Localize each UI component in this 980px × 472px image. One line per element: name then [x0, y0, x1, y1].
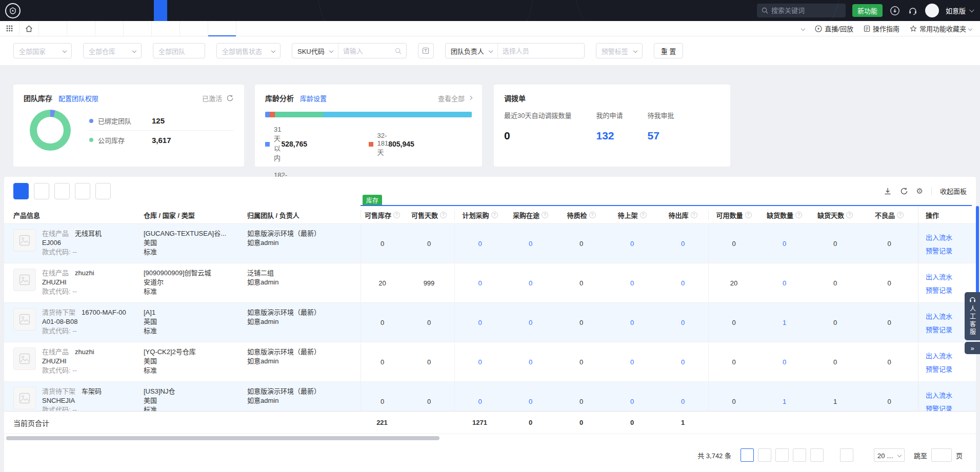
warning-record-link[interactable]: 预警记录 — [926, 364, 976, 374]
product-name[interactable]: 16700-MAF-00 — [82, 309, 126, 316]
cell-planned-purchase[interactable]: 0 — [454, 382, 505, 411]
cell-pending-outbound[interactable]: 0 — [657, 382, 708, 411]
warning-tag-select[interactable]: 预警标签 — [596, 43, 643, 58]
view-all-link[interactable]: 查看全部 — [438, 93, 472, 103]
page-tab[interactable] — [208, 21, 236, 36]
warning-record-link[interactable]: 预警记录 — [926, 245, 976, 255]
col-header-team[interactable]: 归属团队 / 负责人 — [247, 210, 361, 220]
page-button[interactable] — [775, 448, 789, 462]
info-icon[interactable] — [897, 212, 904, 218]
cell-planned-purchase[interactable]: 0 — [454, 263, 505, 302]
main-nav-item[interactable] — [141, 0, 154, 21]
owner-input[interactable] — [503, 47, 579, 55]
product-image-placeholder[interactable] — [13, 347, 36, 370]
main-nav-item[interactable] — [154, 0, 167, 21]
cell-pending-outbound[interactable]: 0 — [657, 303, 708, 342]
col-header-warehouse[interactable]: 仓库 / 国家 / 类型 — [144, 210, 247, 220]
table-row[interactable]: 清货待下架车架码 SNCHEJIA 款式代码: -- [US3]NJ仓 美国 标… — [4, 382, 976, 411]
page-button[interactable] — [741, 448, 754, 462]
global-search-input[interactable] — [771, 7, 838, 14]
tabs-overflow-icon[interactable] — [801, 26, 805, 30]
info-icon[interactable] — [440, 212, 447, 218]
main-nav-item[interactable] — [207, 0, 221, 21]
col-header-numeric[interactable]: 待上架 — [607, 210, 657, 220]
product-image-placeholder[interactable] — [13, 269, 36, 291]
main-nav-item[interactable] — [167, 0, 181, 21]
cell-pending-outbound[interactable]: 0 — [657, 342, 708, 381]
main-nav-item[interactable] — [74, 0, 87, 21]
inout-flow-link[interactable]: 出入流水 — [926, 272, 976, 281]
inout-flow-link[interactable]: 出入流水 — [926, 232, 976, 242]
page-tab[interactable] — [152, 21, 180, 36]
cell-shortage-qty[interactable]: 0 — [759, 224, 810, 263]
table-row[interactable]: 在线产品zhuzhi ZHUZHI 款式代码: -- [YQ-CK2]2号仓库 … — [4, 342, 976, 382]
main-nav-item[interactable] — [87, 0, 101, 21]
page-size-select[interactable]: 20 条/页 — [874, 448, 905, 462]
home-icon[interactable] — [19, 21, 39, 36]
product-name[interactable]: 车架码 — [82, 387, 102, 395]
vertical-scrollbar-thumb[interactable] — [976, 206, 979, 294]
cell-shortage-qty[interactable]: 1 — [759, 382, 810, 411]
cell-pending-shelve[interactable]: 0 — [607, 303, 657, 342]
horizontal-scrollbar-thumb[interactable] — [6, 436, 439, 440]
page-button[interactable] — [758, 448, 771, 462]
col-header-numeric[interactable]: 不良品 — [861, 210, 918, 220]
cell-purchase-in-transit[interactable]: 0 — [505, 342, 556, 381]
favorites-menu[interactable]: 常用功能收藏夹 — [910, 24, 972, 33]
page-tab[interactable] — [180, 21, 208, 36]
cell-planned-purchase[interactable]: 0 — [454, 224, 505, 263]
main-nav-item[interactable] — [114, 0, 127, 21]
cell-shortage-qty[interactable]: 1 — [759, 303, 810, 342]
cell-pending-shelve[interactable]: 0 — [607, 224, 657, 263]
page-tab[interactable] — [39, 21, 67, 36]
toolbar-button[interactable] — [54, 183, 70, 199]
customer-support-icon[interactable] — [907, 5, 918, 16]
col-header-numeric[interactable]: 待质检 — [556, 210, 607, 220]
toolbar-button[interactable] — [95, 183, 111, 199]
page-button[interactable] — [857, 448, 866, 462]
toolbar-button[interactable] — [75, 183, 90, 199]
owner-type-select[interactable]: 团队负责人 — [446, 44, 498, 58]
main-nav-item[interactable] — [101, 0, 114, 21]
apps-grid-icon[interactable] — [0, 21, 19, 36]
team-select[interactable]: 全部团队 — [153, 43, 205, 58]
warning-record-link[interactable]: 预警记录 — [926, 403, 976, 412]
table-row[interactable]: 清货待下架16700-MAF-00 A01-08-B08 款式代码: -- [A… — [4, 303, 976, 342]
cell-pending-shelve[interactable]: 0 — [607, 263, 657, 302]
page-button[interactable] — [810, 448, 824, 462]
cell-pending-outbound[interactable]: 0 — [657, 224, 708, 263]
cell-planned-purchase[interactable]: 0 — [454, 303, 505, 342]
col-header-numeric[interactable]: 可售库存 — [361, 210, 404, 220]
cell-pending-outbound[interactable]: 0 — [657, 263, 708, 302]
page-button[interactable] — [793, 448, 806, 462]
main-nav-item[interactable] — [47, 0, 61, 21]
product-sku[interactable]: ZHUZHI — [42, 357, 94, 366]
page-tab[interactable] — [124, 21, 152, 36]
reset-button[interactable]: 重 置 — [654, 43, 684, 58]
edition-menu[interactable]: 如意版 — [946, 6, 973, 15]
cell-purchase-in-transit[interactable]: 0 — [505, 263, 556, 302]
info-icon[interactable] — [491, 212, 498, 218]
col-header-numeric[interactable]: 待出库 — [657, 210, 708, 220]
cell-shortage-qty[interactable]: 0 — [759, 342, 810, 381]
product-name[interactable]: zhuzhi — [75, 269, 94, 277]
collapse-panel-button[interactable]: 收起面板 — [940, 186, 967, 196]
inout-flow-link[interactable]: 出入流水 — [926, 390, 976, 400]
main-nav-item[interactable] — [61, 0, 74, 21]
info-icon[interactable] — [393, 212, 400, 218]
settings-gear-icon[interactable]: ⚙ — [916, 187, 923, 195]
stock-age-setting-link[interactable]: 库龄设置 — [300, 93, 327, 103]
cell-purchase-in-transit[interactable]: 0 — [505, 224, 556, 263]
refresh-icon[interactable] — [900, 187, 908, 195]
product-image-placeholder[interactable] — [13, 308, 36, 331]
info-icon[interactable] — [691, 212, 697, 218]
product-sku[interactable]: ZHUZHI — [42, 278, 94, 287]
main-nav-item[interactable] — [34, 0, 47, 21]
cell-pending-shelve[interactable]: 0 — [607, 342, 657, 381]
live-replay-link[interactable]: 直播/回放 — [815, 24, 853, 33]
col-header-numeric[interactable]: 可售天数 — [404, 210, 454, 220]
col-header-numeric[interactable]: 可用数量 — [708, 210, 759, 220]
jump-page-input[interactable] — [931, 448, 952, 462]
batch-input-button[interactable] — [418, 43, 434, 58]
toolbar-button[interactable] — [34, 183, 49, 199]
